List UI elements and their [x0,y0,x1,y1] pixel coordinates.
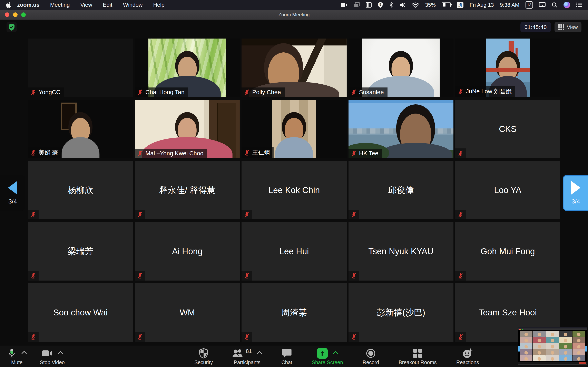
participant-tile[interactable]: Mal –Yong Kwei Choo [135,100,240,158]
bluetooth-icon[interactable] [389,2,393,8]
mute-options-chevron[interactable] [21,351,27,356]
muted-mic-indicator [28,210,39,219]
muted-mic-icon [137,334,143,340]
participants-button[interactable]: 81 Participants [232,346,262,367]
mute-button[interactable]: Mute [7,346,26,367]
menu-view[interactable]: View [75,0,98,10]
participant-name: Tsen Nyuk KYAU [348,222,453,281]
participant-tile[interactable]: Lee Kok Chin [242,161,346,219]
participant-name: 彭新禧(沙巴) [348,283,453,342]
battery-icon[interactable] [442,2,451,7]
participant-name: Mal –Yong Kwei Choo [145,150,203,157]
record-button[interactable]: Record [363,346,379,367]
participant-tile[interactable]: Lee Hui [242,222,346,281]
participant-tile[interactable]: 杨柳欣 [28,161,133,219]
mini-participant-tile [572,349,585,355]
chat-button[interactable]: Chat [281,346,292,367]
mini-participant-tile [559,355,572,361]
view-button[interactable]: View [554,22,581,32]
window-title: Zoom Meeting [0,10,588,20]
participant-tile[interactable]: Chai Hong Tan [135,39,240,97]
participant-tile[interactable]: Soo chow Wai [28,283,133,342]
participant-tile[interactable]: WM [135,283,240,342]
participant-tile[interactable]: CKS [455,100,560,158]
muted-mic-icon [351,334,357,340]
mini-participant-tile [559,337,572,343]
calendar-icon[interactable]: 13 [526,1,533,8]
participant-tile[interactable]: 邱俊偉 [348,161,453,219]
mini-participant-tile [572,355,585,361]
input-method-icon[interactable]: 拼 [457,2,463,8]
participant-tile[interactable]: Susanlee [348,39,453,97]
siri-icon[interactable] [563,2,570,8]
search-icon[interactable] [552,2,557,8]
participant-tile[interactable]: 释永佳/ 释得慧 [135,161,240,219]
muted-mic-icon [243,272,250,279]
video-options-chevron[interactable] [58,351,63,356]
participant-count-badge: 81 [246,348,252,354]
mini-participant-tile [520,355,532,361]
menu-meeting[interactable]: Meeting [45,0,75,10]
menu-bar-time[interactable]: 9:38 AM [500,2,519,8]
volume-icon[interactable] [399,2,406,8]
previous-page-button[interactable]: 3/4 [0,175,25,211]
participant-name-label: 美娟 蘇 [28,147,62,158]
stop-video-button[interactable]: Stop Video [40,346,65,367]
meeting-security-shield-button[interactable] [7,22,17,32]
muted-mic-indicator [455,210,466,219]
participant-name: 杨柳欣 [28,161,133,219]
muted-mic-icon [30,89,36,96]
share-options-chevron[interactable] [333,351,338,356]
mini-participant-tile [533,349,545,355]
control-center-icon[interactable] [576,2,582,7]
breakout-rooms-button[interactable]: Breakout Rooms [399,346,437,367]
participant-tile[interactable]: YongCC [28,39,133,97]
mini-leave-button [579,362,586,364]
reactions-button[interactable]: Reactions [456,346,479,367]
display-mirroring-icon[interactable] [539,2,545,8]
participant-tile[interactable]: Goh Mui Fong [455,222,560,281]
camera-status-icon[interactable] [341,2,347,8]
participant-tile[interactable]: 梁瑞芳 [28,222,133,281]
wifi-icon[interactable] [412,2,419,8]
muted-mic-indicator [28,271,39,281]
screen-mirroring-icon[interactable] [354,2,360,8]
menu-window[interactable]: Window [118,0,148,10]
participant-tile[interactable]: Ai Hong [135,222,240,281]
participant-name-label: YongCC [28,87,64,97]
participant-name-label: HK Tee [348,149,382,158]
participant-tile[interactable]: Polly Chee [242,39,346,97]
participant-name: Loo YA [455,161,560,219]
participant-tile[interactable]: Tsen Nyuk KYAU [348,222,453,281]
macos-menu-bar: zoom.us Meeting View Edit Window Help 5 … [0,0,588,10]
menu-bar-date[interactable]: Fri Aug 13 [470,2,494,8]
next-page-button[interactable]: 3/4 [563,175,588,211]
mini-participant-tile [559,331,572,337]
security-button[interactable]: Security [194,346,213,367]
meeting-timer: 01:45:40 [520,22,551,32]
mini-gallery-preview-window[interactable] [518,327,587,365]
participant-tile[interactable]: 彭新禧(沙巴) [348,283,453,342]
shield-s-icon[interactable]: 5 [378,2,383,8]
muted-mic-indicator [455,149,466,158]
participant-tile[interactable]: HK Tee [348,100,453,158]
participant-tile[interactable]: 王仁炳 [242,100,346,158]
mini-participant-tile [546,343,559,349]
participant-name: Lee Kok Chin [242,161,346,219]
participant-tile[interactable]: JuNe Low 刘碧娥 [455,39,560,97]
share-screen-button[interactable]: Share Screen [312,346,343,367]
menu-edit[interactable]: Edit [98,0,118,10]
participant-tile[interactable]: Loo YA [455,161,560,219]
menu-zoom-us[interactable]: zoom.us [15,0,45,10]
green-shield-icon [8,24,15,31]
window-manager-icon[interactable] [366,2,372,8]
participant-name: WM [135,283,240,342]
menu-help[interactable]: Help [148,0,170,10]
participant-name: Lee Hui [242,222,346,281]
participant-tile[interactable]: 美娟 蘇 [28,100,133,158]
muted-mic-icon [243,334,250,340]
muted-mic-indicator [242,271,252,281]
participants-options-chevron[interactable] [257,351,262,356]
apple-menu-icon[interactable] [6,1,12,8]
participant-tile[interactable]: 周渣某 [242,283,346,342]
